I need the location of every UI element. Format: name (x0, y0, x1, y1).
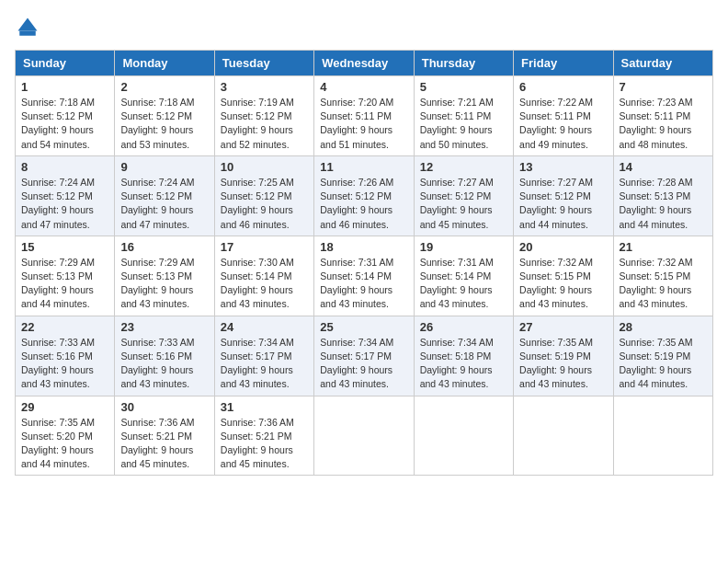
day-number: 23 (120, 320, 208, 334)
day-info: Sunrise: 7:34 AM Sunset: 5:17 PM Dayligh… (221, 336, 308, 392)
calendar-cell: 20Sunrise: 7:32 AM Sunset: 5:15 PM Dayli… (514, 236, 613, 316)
calendar-cell: 15Sunrise: 7:29 AM Sunset: 5:13 PM Dayli… (16, 236, 115, 316)
day-number: 6 (519, 80, 607, 94)
day-info: Sunrise: 7:21 AM Sunset: 5:11 PM Dayligh… (420, 96, 507, 152)
weekday-header-sunday: Sunday (16, 51, 115, 76)
calendar-cell (514, 396, 613, 476)
calendar-week-5: 29Sunrise: 7:35 AM Sunset: 5:20 PM Dayli… (16, 396, 713, 476)
day-number: 31 (221, 400, 308, 414)
day-info: Sunrise: 7:32 AM Sunset: 5:15 PM Dayligh… (519, 256, 607, 312)
calendar-cell: 22Sunrise: 7:33 AM Sunset: 5:16 PM Dayli… (16, 316, 115, 396)
day-number: 29 (21, 400, 108, 414)
svg-marker-0 (18, 18, 38, 31)
weekday-header-friday: Friday (514, 51, 613, 76)
calendar-cell: 31Sunrise: 7:36 AM Sunset: 5:21 PM Dayli… (214, 396, 313, 476)
calendar-cell: 25Sunrise: 7:34 AM Sunset: 5:17 PM Dayli… (314, 316, 414, 396)
day-info: Sunrise: 7:30 AM Sunset: 5:14 PM Dayligh… (221, 256, 308, 312)
day-info: Sunrise: 7:20 AM Sunset: 5:11 PM Dayligh… (320, 96, 407, 152)
day-info: Sunrise: 7:36 AM Sunset: 5:21 PM Dayligh… (221, 416, 308, 472)
day-info: Sunrise: 7:26 AM Sunset: 5:12 PM Dayligh… (320, 176, 407, 232)
day-info: Sunrise: 7:28 AM Sunset: 5:13 PM Dayligh… (620, 176, 707, 232)
calendar-week-1: 1Sunrise: 7:18 AM Sunset: 5:12 PM Daylig… (16, 76, 713, 156)
day-info: Sunrise: 7:35 AM Sunset: 5:20 PM Dayligh… (21, 416, 108, 472)
calendar-cell: 2Sunrise: 7:18 AM Sunset: 5:12 PM Daylig… (115, 76, 214, 156)
logo-icon (15, 15, 40, 40)
day-number: 1 (21, 80, 108, 94)
day-number: 28 (620, 320, 707, 334)
day-number: 21 (620, 240, 707, 254)
day-number: 15 (21, 240, 108, 254)
day-info: Sunrise: 7:34 AM Sunset: 5:18 PM Dayligh… (420, 336, 507, 392)
day-number: 10 (221, 160, 308, 174)
calendar-cell: 19Sunrise: 7:31 AM Sunset: 5:14 PM Dayli… (414, 236, 513, 316)
day-info: Sunrise: 7:36 AM Sunset: 5:21 PM Dayligh… (120, 416, 208, 472)
calendar-cell: 21Sunrise: 7:32 AM Sunset: 5:15 PM Dayli… (613, 236, 712, 316)
calendar-cell: 28Sunrise: 7:35 AM Sunset: 5:19 PM Dayli… (613, 316, 712, 396)
day-info: Sunrise: 7:18 AM Sunset: 5:12 PM Dayligh… (21, 96, 108, 152)
day-info: Sunrise: 7:29 AM Sunset: 5:13 PM Dayligh… (21, 256, 108, 312)
day-number: 4 (320, 80, 407, 94)
weekday-header-wednesday: Wednesday (314, 51, 414, 76)
day-number: 26 (420, 320, 507, 334)
calendar-cell: 10Sunrise: 7:25 AM Sunset: 5:12 PM Dayli… (214, 155, 313, 236)
day-number: 22 (21, 320, 108, 334)
day-info: Sunrise: 7:31 AM Sunset: 5:14 PM Dayligh… (420, 256, 507, 312)
calendar-cell: 11Sunrise: 7:26 AM Sunset: 5:12 PM Dayli… (314, 155, 414, 236)
weekday-header-thursday: Thursday (414, 51, 513, 76)
day-info: Sunrise: 7:31 AM Sunset: 5:14 PM Dayligh… (320, 256, 407, 312)
day-info: Sunrise: 7:33 AM Sunset: 5:16 PM Dayligh… (120, 336, 208, 392)
day-number: 7 (620, 80, 707, 94)
day-number: 25 (320, 320, 407, 334)
weekday-header-monday: Monday (115, 51, 214, 76)
day-number: 3 (221, 80, 308, 94)
calendar-cell: 29Sunrise: 7:35 AM Sunset: 5:20 PM Dayli… (16, 396, 115, 476)
day-number: 11 (320, 160, 407, 174)
day-info: Sunrise: 7:24 AM Sunset: 5:12 PM Dayligh… (21, 176, 108, 232)
calendar-cell: 26Sunrise: 7:34 AM Sunset: 5:18 PM Dayli… (414, 316, 513, 396)
day-info: Sunrise: 7:27 AM Sunset: 5:12 PM Dayligh… (420, 176, 507, 232)
calendar-cell: 8Sunrise: 7:24 AM Sunset: 5:12 PM Daylig… (16, 155, 115, 236)
day-number: 13 (519, 160, 607, 174)
day-number: 24 (221, 320, 308, 334)
calendar-cell: 24Sunrise: 7:34 AM Sunset: 5:17 PM Dayli… (214, 316, 313, 396)
day-number: 18 (320, 240, 407, 254)
calendar-week-4: 22Sunrise: 7:33 AM Sunset: 5:16 PM Dayli… (16, 316, 713, 396)
calendar-cell: 3Sunrise: 7:19 AM Sunset: 5:12 PM Daylig… (214, 76, 313, 156)
calendar-cell: 12Sunrise: 7:27 AM Sunset: 5:12 PM Dayli… (414, 155, 513, 236)
calendar-cell (613, 396, 712, 476)
calendar-cell: 16Sunrise: 7:29 AM Sunset: 5:13 PM Dayli… (115, 236, 214, 316)
logo (15, 15, 44, 40)
day-info: Sunrise: 7:33 AM Sunset: 5:16 PM Dayligh… (21, 336, 108, 392)
calendar-cell: 18Sunrise: 7:31 AM Sunset: 5:14 PM Dayli… (314, 236, 414, 316)
day-info: Sunrise: 7:22 AM Sunset: 5:11 PM Dayligh… (519, 96, 607, 152)
day-number: 2 (120, 80, 208, 94)
day-number: 17 (221, 240, 308, 254)
calendar: SundayMondayTuesdayWednesdayThursdayFrid… (15, 50, 713, 476)
day-info: Sunrise: 7:27 AM Sunset: 5:12 PM Dayligh… (519, 176, 607, 232)
calendar-cell: 4Sunrise: 7:20 AM Sunset: 5:11 PM Daylig… (314, 76, 414, 156)
day-info: Sunrise: 7:32 AM Sunset: 5:15 PM Dayligh… (620, 256, 707, 312)
day-number: 8 (21, 160, 108, 174)
day-info: Sunrise: 7:35 AM Sunset: 5:19 PM Dayligh… (620, 336, 707, 392)
day-info: Sunrise: 7:24 AM Sunset: 5:12 PM Dayligh… (120, 176, 208, 232)
calendar-cell: 17Sunrise: 7:30 AM Sunset: 5:14 PM Dayli… (214, 236, 313, 316)
calendar-cell: 13Sunrise: 7:27 AM Sunset: 5:12 PM Dayli… (514, 155, 613, 236)
calendar-cell: 30Sunrise: 7:36 AM Sunset: 5:21 PM Dayli… (115, 396, 214, 476)
calendar-cell: 9Sunrise: 7:24 AM Sunset: 5:12 PM Daylig… (115, 155, 214, 236)
day-number: 5 (420, 80, 507, 94)
day-number: 16 (120, 240, 208, 254)
calendar-cell: 6Sunrise: 7:22 AM Sunset: 5:11 PM Daylig… (514, 76, 613, 156)
weekday-header-saturday: Saturday (613, 51, 712, 76)
day-info: Sunrise: 7:29 AM Sunset: 5:13 PM Dayligh… (120, 256, 208, 312)
day-number: 20 (519, 240, 607, 254)
weekday-header-tuesday: Tuesday (214, 51, 313, 76)
day-number: 19 (420, 240, 507, 254)
calendar-week-2: 8Sunrise: 7:24 AM Sunset: 5:12 PM Daylig… (16, 155, 713, 236)
day-info: Sunrise: 7:23 AM Sunset: 5:11 PM Dayligh… (620, 96, 707, 152)
calendar-cell (414, 396, 513, 476)
svg-rect-1 (19, 31, 36, 36)
day-info: Sunrise: 7:19 AM Sunset: 5:12 PM Dayligh… (221, 96, 308, 152)
calendar-cell: 23Sunrise: 7:33 AM Sunset: 5:16 PM Dayli… (115, 316, 214, 396)
day-info: Sunrise: 7:35 AM Sunset: 5:19 PM Dayligh… (519, 336, 607, 392)
day-info: Sunrise: 7:25 AM Sunset: 5:12 PM Dayligh… (221, 176, 308, 232)
